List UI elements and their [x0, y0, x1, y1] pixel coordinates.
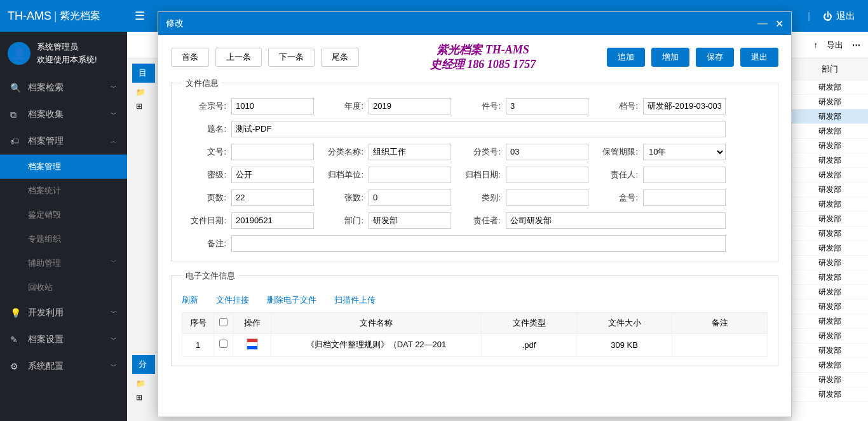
file-info-fieldset: 文件信息 全宗号: 年度: 件号: 档号: 题名: 文号: 分类名称: 分类号:… — [171, 78, 778, 261]
more-icon[interactable]: ⋯ — [852, 40, 860, 50]
append-button[interactable]: 追加 — [607, 48, 645, 67]
input-flh[interactable] — [506, 144, 588, 160]
table-row[interactable]: 研发部 — [792, 80, 868, 95]
row-checkbox[interactable] — [219, 340, 227, 348]
file-thumb-icon[interactable] — [247, 338, 258, 350]
table-row[interactable]: 研发部 — [792, 226, 868, 241]
input-wjrq[interactable] — [231, 212, 314, 229]
table-row[interactable]: 研发部 — [792, 95, 868, 109]
table-row[interactable]: 研发部 — [792, 387, 868, 402]
efile-scan[interactable]: 扫描件上传 — [334, 294, 376, 306]
modal-body: 首条 上一条 下一条 尾条 紫光档案 TH-AMS 史经理 186 1085 1… — [158, 35, 791, 417]
input-zs[interactable] — [369, 190, 451, 206]
efile-th-remark: 备注 — [672, 312, 768, 333]
sidebar-sub-item[interactable]: 档案管理 — [0, 155, 127, 179]
folder-icon-2[interactable]: 📁 — [132, 376, 155, 390]
input-wh[interactable] — [231, 144, 314, 160]
nav-label: 档案收集 — [28, 109, 64, 120]
input-hh[interactable] — [643, 190, 726, 206]
sidebar-sub-item[interactable]: 专题组织 — [0, 227, 127, 251]
sidebar-sub-item[interactable]: 档案统计 — [0, 179, 127, 203]
input-dh[interactable] — [643, 98, 726, 114]
prev-record-button[interactable]: 上一条 — [215, 48, 262, 67]
table-row[interactable]: 研发部 — [792, 153, 868, 168]
sidebar-item[interactable]: ⚙系统配置﹀ — [0, 353, 127, 380]
input-tm[interactable] — [231, 121, 726, 137]
hamburger-icon[interactable]: ☰ — [135, 9, 145, 23]
input-zrr[interactable] — [643, 167, 726, 183]
sidebar-item[interactable]: ⧉档案收集﹀ — [0, 101, 127, 128]
input-zrz[interactable] — [506, 212, 726, 229]
input-gddw[interactable] — [369, 167, 451, 183]
input-lb[interactable] — [506, 190, 588, 206]
efile-delete[interactable]: 删除电子文件 — [267, 294, 316, 306]
next-record-button[interactable]: 下一条 — [268, 48, 315, 67]
sidebar-item[interactable]: 💡开发利用﹀ — [0, 300, 127, 326]
logo: TH-AMS | 紫光档案 — [0, 10, 127, 23]
table-row[interactable]: 研发部 — [792, 212, 868, 226]
input-bz[interactable] — [231, 235, 726, 252]
power-icon: ⏻ — [823, 11, 832, 22]
input-jh[interactable] — [506, 98, 588, 114]
table-row[interactable]: 研发部 — [792, 197, 868, 212]
table-row[interactable]: 研发部 — [792, 109, 868, 124]
sidebar-sub-item[interactable]: 鉴定销毁 — [0, 203, 127, 227]
table-row[interactable]: 研发部 — [792, 329, 868, 343]
table-row[interactable]: 研发部 — [792, 270, 868, 285]
table-row[interactable]: 研发部 — [792, 168, 868, 183]
add-button[interactable]: 增加 — [651, 48, 689, 67]
sidebar-sub-item[interactable]: 辅助管理﹀ — [0, 251, 127, 275]
table-row[interactable]: 研发部 — [792, 124, 868, 139]
cell-op — [233, 333, 271, 356]
folder-icon[interactable]: 📁 — [132, 85, 155, 99]
select-bgqx[interactable]: 10年 — [643, 144, 726, 160]
cell-seq: 1 — [182, 333, 214, 356]
nav-label: 开发利用 — [28, 307, 64, 319]
save-button[interactable]: 保存 — [696, 48, 734, 67]
table-row[interactable]: 研发部 — [792, 256, 868, 270]
efile-actions: 刷新 文件挂接 删除电子文件 扫描件上传 — [182, 291, 768, 312]
sidebar-sub-item[interactable]: 回收站 — [0, 275, 127, 300]
expand-icon-2[interactable]: ⊞ — [132, 390, 155, 404]
table-row[interactable]: 研发部 — [792, 343, 868, 358]
user-name: 系统管理员 — [37, 41, 97, 53]
close-icon[interactable]: ✕ — [775, 18, 783, 30]
table-row[interactable]: 研发部 — [792, 373, 868, 387]
user-text: 系统管理员 欢迎使用本系统! — [37, 41, 97, 66]
table-row[interactable]: 研发部 — [792, 241, 868, 256]
efile-attach[interactable]: 文件挂接 — [216, 294, 249, 306]
efile-table: 序号 操作 文件名称 文件类型 文件大小 备注 1 《归档文件整理规则》（DAT… — [182, 312, 768, 357]
tab-catalog[interactable]: 目 — [132, 64, 155, 83]
input-flmc[interactable] — [369, 144, 451, 160]
exit-button[interactable]: 退出 — [740, 48, 778, 67]
minimize-icon[interactable]: — — [757, 18, 768, 30]
export-button[interactable]: 导出 — [827, 39, 843, 51]
tab-category[interactable]: 分 — [132, 355, 155, 374]
nav-icon: ⧉ — [10, 109, 22, 120]
efile-refresh[interactable]: 刷新 — [182, 294, 198, 306]
header-sep: | — [808, 11, 810, 21]
sidebar-item[interactable]: ✎档案设置﹀ — [0, 326, 127, 353]
input-qzh[interactable] — [231, 98, 314, 114]
table-row[interactable]: 研发部 — [792, 285, 868, 300]
table-row[interactable]: 研发部 — [792, 183, 868, 197]
sidebar-item[interactable]: 🔍档案检索﹀ — [0, 74, 127, 101]
table-row[interactable]: 研发部 — [792, 300, 868, 314]
first-record-button[interactable]: 首条 — [171, 48, 209, 67]
label-gddw: 归档单位: — [319, 169, 363, 181]
last-record-button[interactable]: 尾条 — [321, 48, 359, 67]
sidebar-item[interactable]: 🏷档案管理︿ — [0, 128, 127, 155]
input-gdrq[interactable] — [506, 167, 588, 183]
expand-icon[interactable]: ⊞ — [132, 99, 155, 113]
efile-check-all[interactable] — [219, 318, 227, 326]
input-bm[interactable] — [369, 212, 451, 229]
efile-row[interactable]: 1 《归档文件整理规则》（DAT 22—201 .pdf 309 KB — [182, 333, 768, 356]
input-mj[interactable] — [231, 167, 314, 183]
table-row[interactable]: 研发部 — [792, 358, 868, 373]
table-row[interactable]: 研发部 — [792, 314, 868, 329]
input-ys[interactable] — [231, 190, 314, 206]
logout-button[interactable]: ⏻ 退出 — [823, 10, 855, 22]
input-nd[interactable] — [369, 98, 451, 114]
table-row[interactable]: 研发部 — [792, 139, 868, 153]
label-dh: 档号: — [593, 100, 638, 112]
